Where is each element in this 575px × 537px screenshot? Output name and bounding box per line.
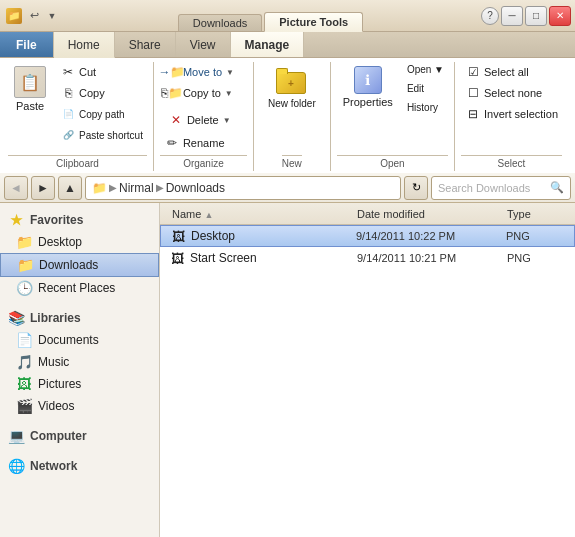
file-col-header: Name ▲ Date modified Type — [160, 203, 575, 225]
clipboard-items: 📋 Paste ✂ Cut ⎘ Copy 📄 Copy path — [8, 62, 147, 153]
sidebar-favorites-header[interactable]: ★ Favorites — [0, 209, 159, 231]
select-none-button[interactable]: ☐ Select none — [461, 83, 562, 103]
group-select: ☑ Select all ☐ Select none ⊟ Invert sele… — [455, 62, 568, 171]
title-bar-controls: ? ─ □ ✕ — [477, 0, 575, 31]
cut-icon: ✂ — [60, 64, 76, 80]
new-folder-button[interactable]: + New folder — [262, 62, 322, 113]
move-to-icon: →📁 — [164, 64, 180, 80]
forward-button[interactable]: ► — [31, 176, 55, 200]
file-icon-desktop: 🖼 — [169, 227, 187, 245]
copy-path-icon: 📄 — [60, 106, 76, 122]
group-new: + New folder New — [254, 62, 331, 171]
desktop-folder-icon: 📁 — [16, 234, 32, 250]
col-name-header[interactable]: Name ▲ — [168, 208, 357, 220]
paste-button[interactable]: 📋 Paste — [8, 62, 52, 116]
open-small-btns: Open ▼ Edit History — [403, 62, 448, 115]
sidebar-item-pictures[interactable]: 🖼 Pictures — [0, 373, 159, 395]
breadcrumb-nirmal[interactable]: Nirmal — [119, 181, 154, 195]
network-icon: 🌐 — [8, 458, 24, 474]
tab-picture-tools[interactable]: Picture Tools — [264, 12, 363, 32]
minimize-button[interactable]: ─ — [501, 6, 523, 26]
open-items: ℹ Properties Open ▼ Edit History — [337, 62, 448, 153]
libraries-icon: 📚 — [8, 310, 24, 326]
sidebar-item-downloads[interactable]: 📁 Downloads — [0, 253, 159, 277]
file-row-desktop[interactable]: 🖼 Desktop 9/14/2011 10:22 PM PNG — [160, 225, 575, 247]
search-icon[interactable]: 🔍 — [550, 181, 564, 194]
sidebar-libraries-header[interactable]: 📚 Libraries — [0, 307, 159, 329]
open-btn[interactable]: Open ▼ — [403, 62, 448, 77]
new-label: New — [282, 155, 302, 169]
breadcrumb-bar[interactable]: 📁 ▶ Nirmal ▶ Downloads — [85, 176, 401, 200]
cut-button[interactable]: ✂ Cut — [56, 62, 147, 82]
breadcrumb-downloads[interactable]: Downloads — [166, 181, 225, 195]
move-to-button[interactable]: →📁 Move to ▼ — [160, 62, 239, 82]
quick-access-icon[interactable]: 📁 — [6, 8, 22, 24]
refresh-button[interactable]: ↻ — [404, 176, 428, 200]
new-folder-icon: + — [276, 66, 308, 96]
title-bar-tabs: Downloads Picture Tools — [178, 12, 363, 31]
sidebar-network[interactable]: 🌐 Network — [0, 455, 159, 477]
edit-btn[interactable]: Edit — [403, 81, 448, 96]
select-all-icon: ☑ — [465, 64, 481, 80]
help-button[interactable]: ? — [481, 7, 499, 25]
sidebar-item-desktop[interactable]: 📁 Desktop — [0, 231, 159, 253]
open-label: Open — [337, 155, 448, 169]
title-bar: 📁 ↩ ▼ Downloads Picture Tools ? ─ □ ✕ — [0, 0, 575, 32]
copy-to-button[interactable]: ⎘📁 Copy to ▼ — [160, 83, 239, 103]
paste-icon: 📋 — [14, 66, 46, 98]
delete-button[interactable]: ✕ Delete ▼ — [164, 110, 235, 130]
file-date-desktop: 9/14/2011 10:22 PM — [356, 230, 506, 242]
select-all-button[interactable]: ☑ Select all — [461, 62, 562, 82]
tab-downloads-title[interactable]: Downloads — [178, 14, 262, 31]
select-none-icon: ☐ — [465, 85, 481, 101]
title-bar-left: 📁 ↩ ▼ — [0, 0, 64, 31]
file-row-startscreen[interactable]: 🖼 Start Screen 9/14/2011 10:21 PM PNG — [160, 247, 575, 269]
copy-button[interactable]: ⎘ Copy — [56, 83, 147, 103]
sidebar-item-videos[interactable]: 🎬 Videos — [0, 395, 159, 417]
clipboard-label: Clipboard — [8, 155, 147, 169]
file-type-startscreen: PNG — [507, 252, 567, 264]
tab-manage[interactable]: Manage — [231, 32, 305, 57]
history-btn[interactable]: History — [403, 100, 448, 115]
tab-share[interactable]: Share — [115, 32, 176, 57]
search-input[interactable]: Search Downloads — [438, 182, 546, 194]
invert-selection-button[interactable]: ⊟ Invert selection — [461, 104, 562, 124]
properties-icon: ℹ — [354, 66, 382, 94]
up-button[interactable]: ▲ — [58, 176, 82, 200]
paste-shortcut-button[interactable]: 🔗 Paste shortcut — [56, 125, 147, 145]
search-bar: Search Downloads 🔍 — [431, 176, 571, 200]
recent-folder-icon: 🕒 — [16, 280, 32, 296]
file-name-desktop: Desktop — [191, 229, 356, 243]
sidebar-item-music[interactable]: 🎵 Music — [0, 351, 159, 373]
undo-btn[interactable]: ↩ — [26, 8, 42, 24]
copy-path-button[interactable]: 📄 Copy path — [56, 104, 147, 124]
select-label: Select — [461, 155, 562, 169]
videos-icon: 🎬 — [16, 398, 32, 414]
sidebar-computer[interactable]: 💻 Computer — [0, 425, 159, 447]
file-list: 🖼 Desktop 9/14/2011 10:22 PM PNG 🖼 Start… — [160, 225, 575, 537]
tab-file[interactable]: File — [0, 32, 54, 57]
tab-view[interactable]: View — [176, 32, 231, 57]
select-items: ☑ Select all ☐ Select none ⊟ Invert sele… — [461, 62, 562, 153]
maximize-button[interactable]: □ — [525, 6, 547, 26]
col-type-header[interactable]: Type — [507, 208, 567, 220]
back-button[interactable]: ◄ — [4, 176, 28, 200]
favorites-star-icon: ★ — [8, 212, 24, 228]
documents-icon: 📄 — [16, 332, 32, 348]
properties-button[interactable]: ℹ Properties — [337, 62, 399, 112]
close-button[interactable]: ✕ — [549, 6, 571, 26]
col-date-header[interactable]: Date modified — [357, 208, 507, 220]
tab-home[interactable]: Home — [54, 32, 115, 58]
file-date-startscreen: 9/14/2011 10:21 PM — [357, 252, 507, 264]
delete-icon: ✕ — [168, 112, 184, 128]
breadcrumb-folder-icon: 📁 — [92, 181, 107, 195]
sidebar-item-recent[interactable]: 🕒 Recent Places — [0, 277, 159, 299]
rename-button[interactable]: ✏ Rename — [160, 133, 239, 153]
file-icon-startscreen: 🖼 — [168, 249, 186, 267]
main-area: ★ Favorites 📁 Desktop 📁 Downloads 🕒 Rece… — [0, 203, 575, 537]
nav-bar: ◄ ► ▲ 📁 ▶ Nirmal ▶ Downloads ↻ Search Do… — [0, 173, 575, 203]
downloads-folder-icon: 📁 — [17, 257, 33, 273]
music-icon: 🎵 — [16, 354, 32, 370]
dropdown-btn[interactable]: ▼ — [46, 8, 58, 24]
sidebar-item-documents[interactable]: 📄 Documents — [0, 329, 159, 351]
